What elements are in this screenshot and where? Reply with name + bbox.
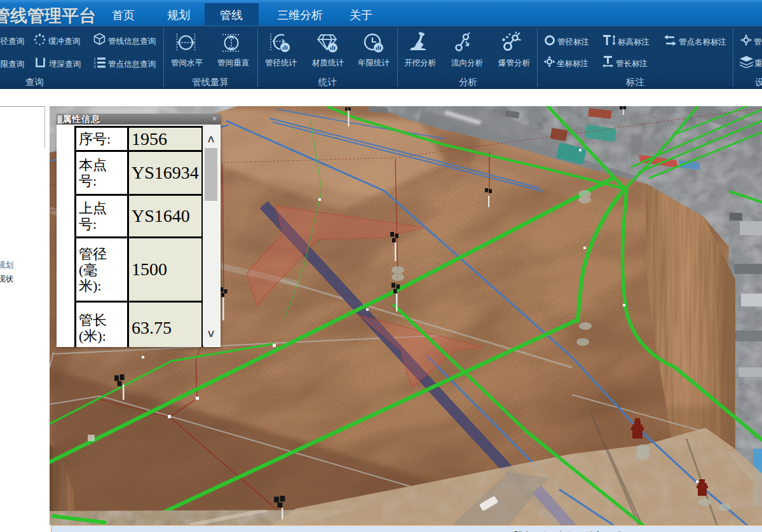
svg-text:1: 1 xyxy=(94,57,96,61)
svg-text:2: 2 xyxy=(94,61,96,65)
svg-text:3: 3 xyxy=(94,65,96,69)
